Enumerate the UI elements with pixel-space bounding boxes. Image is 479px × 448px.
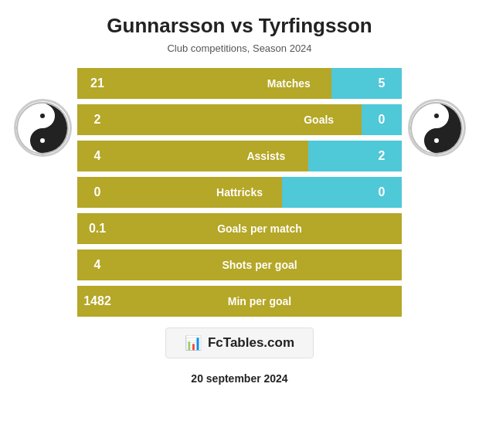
assists-bar-left [117, 141, 223, 171]
matches-bar-right [331, 68, 362, 99]
hattricks-right-val: 0 [362, 177, 402, 208]
svg-text:FYLKIR: FYLKIR [32, 145, 52, 151]
watermark: 📊 FcTables.com [165, 328, 314, 358]
assists-bar-right [308, 141, 362, 171]
goals-label: Goals [277, 104, 362, 135]
logo-circle-right: FYLKIR [408, 99, 466, 157]
goals-right-val: 0 [362, 104, 402, 135]
comparison-section: FYLKIR 21 Matches 5 2 Goals 0 4 [8, 68, 471, 317]
stat-row-spg: 4 Shots per goal [77, 249, 402, 280]
right-team-svg: FYLKIR [410, 102, 463, 154]
assists-left-val: 4 [77, 141, 117, 171]
hattricks-bar-left [117, 177, 197, 208]
stat-row-goals: 2 Goals 0 [77, 104, 402, 135]
hattricks-left-val: 0 [77, 177, 117, 208]
goals-bar-left [117, 104, 277, 135]
stat-row-assists: 4 Assists 2 [77, 141, 402, 171]
svg-point-9 [434, 114, 439, 118]
assists-right-val: 2 [362, 141, 402, 171]
gpm-left-val: 0.1 [77, 213, 117, 244]
watermark-text: FcTables.com [208, 335, 294, 351]
matches-left-val: 21 [77, 68, 117, 99]
matches-label: Matches [246, 68, 331, 99]
hattricks-label: Hattricks [197, 177, 282, 208]
hattricks-bar-right [282, 177, 362, 208]
spg-left-val: 4 [77, 249, 117, 280]
stat-row-mpg: 1482 Min per goal [77, 286, 402, 317]
svg-point-10 [434, 138, 439, 143]
stats-area: 21 Matches 5 2 Goals 0 4 Assists 2 [77, 68, 402, 317]
watermark-icon: 📊 [185, 334, 202, 351]
svg-point-3 [40, 114, 45, 118]
page-title: Gunnarsson vs Tyrfingsson [107, 14, 372, 38]
logo-circle-left: FYLKIR [14, 99, 72, 157]
stat-row-hattricks: 0 Hattricks 0 [77, 177, 402, 208]
mpg-left-val: 1482 [77, 286, 117, 317]
assists-label: Assists [223, 141, 308, 171]
stat-row-gpm: 0.1 Goals per match [77, 213, 402, 244]
spg-label: Shots per goal [117, 249, 402, 280]
team-logo-right: FYLKIR [402, 68, 471, 157]
gpm-label: Goals per match [117, 213, 402, 244]
matches-right-val: 5 [362, 68, 402, 99]
mpg-label: Min per goal [117, 286, 402, 317]
page: Gunnarsson vs Tyrfingsson Club competiti… [0, 0, 479, 448]
svg-text:FYLKIR: FYLKIR [426, 145, 446, 151]
footer-date: 20 september 2024 [191, 372, 287, 385]
page-subtitle: Club competitions, Season 2024 [167, 42, 311, 54]
matches-bar-left [117, 68, 246, 99]
left-team-svg: FYLKIR [16, 102, 69, 154]
goals-left-val: 2 [77, 104, 117, 135]
svg-point-4 [40, 138, 45, 143]
team-logo-left: FYLKIR [8, 68, 77, 157]
stat-row-matches: 21 Matches 5 [77, 68, 402, 99]
